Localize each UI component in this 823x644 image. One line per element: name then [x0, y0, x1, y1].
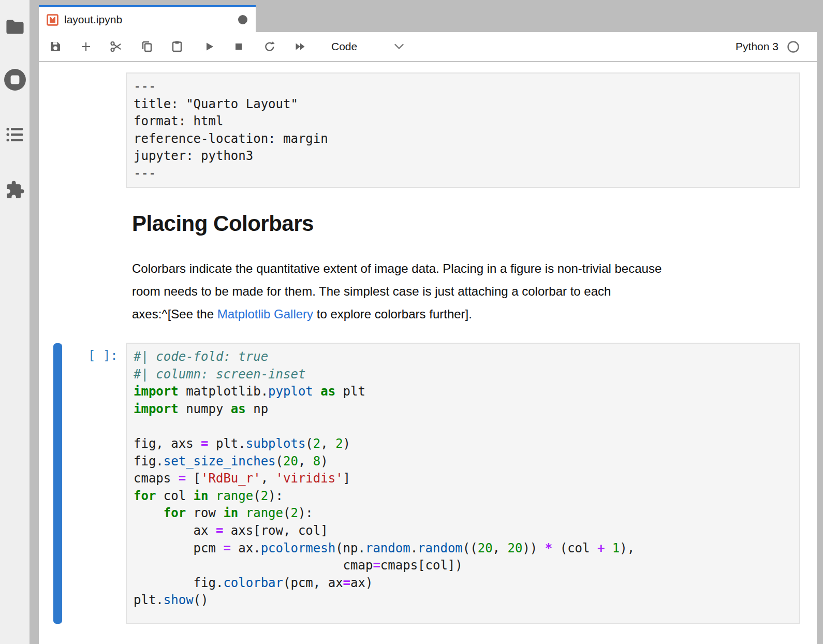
cell-input-prompt: [ ]:	[88, 347, 118, 365]
file-browser-icon[interactable]	[0, 19, 30, 34]
code-editor[interactable]: #| code-fold: true#| column: screen-inse…	[134, 348, 799, 609]
cell-type-value: Code	[331, 40, 357, 53]
main-dock-panel: layout.ipynb	[39, 0, 817, 644]
notebook-tab-bar: layout.ipynb	[39, 0, 817, 32]
markdown-heading: Placing Colorbars	[132, 211, 314, 236]
window-right-gutter	[817, 0, 823, 644]
notebook-toolbar: Code Python 3	[39, 32, 817, 62]
active-cell-collapser[interactable]	[53, 343, 62, 624]
run-cell-button[interactable]	[202, 40, 216, 53]
cut-cells-button[interactable]	[109, 40, 123, 53]
kernel-status-area: Python 3	[736, 32, 800, 61]
raw-yaml-text[interactable]: --- title: "Quarto Layout" format: html …	[134, 78, 799, 183]
unsaved-changes-dot[interactable]	[238, 15, 247, 24]
code-cell[interactable]: #| code-fold: true#| column: screen-inse…	[126, 343, 800, 624]
jupyterlab-window: { "window": { "tab_title": "layout.ipynb…	[0, 0, 823, 644]
running-kernels-icon[interactable]	[0, 68, 30, 91]
cell-type-dropdown[interactable]: Code	[331, 32, 357, 61]
tab-layout-ipynb[interactable]: layout.ipynb	[39, 5, 256, 32]
sidebar-splitter[interactable]	[30, 0, 39, 644]
markdown-paragraph: Colorbars indicate the quantitative exte…	[132, 257, 662, 326]
left-sidebar	[0, 0, 30, 644]
tab-title: layout.ipynb	[64, 13, 122, 26]
raw-yaml-cell[interactable]: --- title: "Quarto Layout" format: html …	[126, 72, 800, 188]
paste-cells-button[interactable]	[170, 40, 184, 53]
kernel-name[interactable]: Python 3	[736, 40, 778, 53]
notebook-file-icon	[47, 14, 58, 26]
restart-kernel-button[interactable]	[263, 40, 276, 53]
matplotlib-gallery-link[interactable]: Matplotlib Gallery	[217, 307, 313, 321]
interrupt-kernel-button[interactable]	[232, 40, 245, 53]
notebook-content: --- title: "Quarto Layout" format: html …	[39, 62, 817, 644]
copy-cells-button[interactable]	[140, 40, 154, 53]
kernel-idle-icon[interactable]	[787, 40, 800, 53]
extensions-puzzle-icon[interactable]	[0, 180, 30, 200]
insert-cell-button[interactable]	[79, 40, 93, 53]
restart-run-all-button[interactable]	[293, 40, 307, 53]
save-button[interactable]	[49, 40, 62, 53]
chevron-down-icon[interactable]	[394, 43, 404, 50]
table-of-contents-icon[interactable]	[0, 127, 30, 142]
